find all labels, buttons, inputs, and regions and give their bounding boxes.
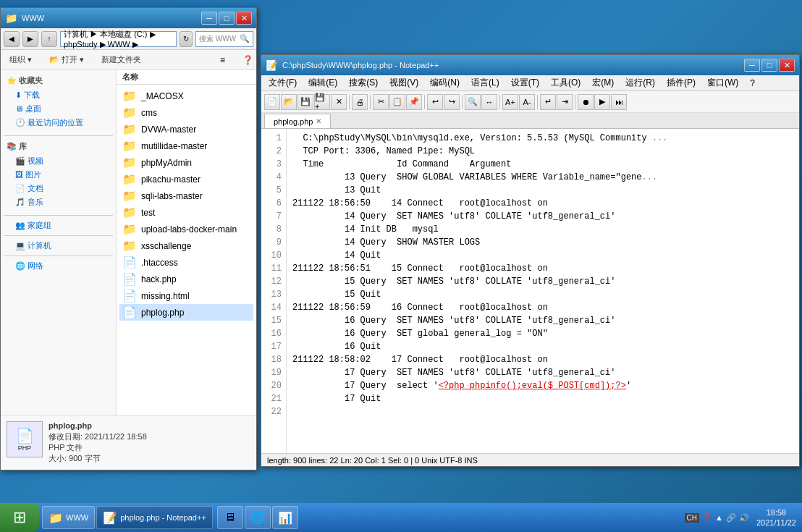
list-item[interactable]: 📁phpMyAdmin <box>119 154 253 171</box>
list-item[interactable]: 📁upload-labs-docker-main <box>119 221 253 237</box>
menu-search[interactable]: 搜索(S) <box>343 75 384 90</box>
tb-new[interactable]: 📄 <box>264 94 280 110</box>
menu-language[interactable]: 语言(L) <box>465 75 505 90</box>
organize-button[interactable]: 组织 ▾ <box>4 53 38 67</box>
explorer-close-button[interactable]: ✕ <box>236 12 252 25</box>
notepad-close-button[interactable]: ✕ <box>779 59 795 72</box>
tb-indent[interactable]: ⇥ <box>557 94 573 110</box>
sidebar-item-videos[interactable]: 🎬 视频 <box>4 154 113 168</box>
tb-zoom-out[interactable]: A- <box>519 94 535 110</box>
menu-edit[interactable]: 编辑(E) <box>303 75 343 90</box>
menu-view[interactable]: 视图(V) <box>384 75 424 90</box>
list-item[interactable]: 📁cms <box>119 104 253 121</box>
address-path[interactable]: 计算机 ▶ 本地磁盘 (C:) ▶ phpStudy ▶ WWW ▶ <box>60 31 177 47</box>
tb-find[interactable]: 🔍 <box>465 94 481 110</box>
menu-settings[interactable]: 设置(T) <box>505 75 545 90</box>
menu-window[interactable]: 窗口(W) <box>701 75 744 90</box>
notepad-maximize-button[interactable]: □ <box>761 59 777 72</box>
tb-copy[interactable]: 📋 <box>389 94 405 110</box>
code-content[interactable]: C:\phpStudy\MySQL\bin\mysqld.exe, Versio… <box>287 129 799 453</box>
sidebar-item-desktop[interactable]: 🖥 桌面 <box>4 102 113 116</box>
folder-icon: 📁 <box>122 156 137 169</box>
tb-cut[interactable]: ✂ <box>373 94 389 110</box>
new-folder-button[interactable]: 新建文件夹 <box>96 53 147 67</box>
menu-tools[interactable]: 工具(O) <box>545 75 586 90</box>
list-item[interactable]: 📁xsschallenge <box>119 237 253 254</box>
search-box[interactable]: 搜索 WWW 🔍 <box>195 31 253 47</box>
tab-phplog[interactable]: phplog.php ✕ <box>264 114 331 128</box>
sidebar-item-computer[interactable]: 💻 计算机 <box>4 239 113 253</box>
explorer-maximize-button[interactable]: □ <box>219 12 235 25</box>
taskbar-explorer[interactable]: 📁 WWW <box>42 506 95 529</box>
tb-macro-run[interactable]: ⏭ <box>611 94 627 110</box>
folder-icon: 📁 <box>122 206 137 219</box>
sidebar-item-homegroup[interactable]: 👥 家庭组 <box>4 219 113 232</box>
tray-volume-icon[interactable]: 🔊 <box>739 513 749 523</box>
sidebar-item-downloads[interactable]: ⬇ 下载 <box>4 88 113 102</box>
explorer-titlebar: 📁 WWW ─ □ ✕ <box>1 8 256 28</box>
taskbar-notepad[interactable]: 📝 phplog.php - Notepad++ <box>96 506 213 529</box>
menu-run[interactable]: 运行(R) <box>620 75 661 90</box>
tray-help-icon[interactable]: ❓ <box>702 513 712 523</box>
list-item[interactable]: 📁DVWA-master <box>119 121 253 138</box>
view-toggle[interactable]: ≡ <box>220 55 225 65</box>
line-num: 6 <box>261 197 286 210</box>
tb-macro-play[interactable]: ▶ <box>594 94 610 110</box>
tb-wrap[interactable]: ↵ <box>540 94 556 110</box>
notepad-minimize-button[interactable]: ─ <box>744 59 760 72</box>
list-item[interactable]: 📄hack.php <box>119 271 253 287</box>
tb-save[interactable]: 💾 <box>297 94 313 110</box>
taskbar-extra-item[interactable]: 🖥 <box>217 506 243 529</box>
back-button[interactable]: ◀ <box>4 31 20 47</box>
tb-replace[interactable]: ↔ <box>481 94 497 110</box>
toolbar-separator <box>462 95 463 109</box>
start-button[interactable]: ⊞ <box>0 503 39 532</box>
file-thumbnail: 📄 PHP <box>7 421 43 457</box>
sidebar-item-network[interactable]: 🌐 网络 <box>4 259 113 273</box>
taskbar-terminal-item[interactable]: 📊 <box>272 506 298 529</box>
list-item[interactable]: 📄.htaccess <box>119 254 253 271</box>
menu-encoding[interactable]: 编码(N) <box>424 75 465 90</box>
line-num: 16 <box>261 327 286 340</box>
file-info-name: phplog.php <box>48 421 147 430</box>
forward-button[interactable]: ▶ <box>22 31 38 47</box>
up-button[interactable]: ↑ <box>41 31 57 47</box>
tab-close-icon[interactable]: ✕ <box>316 117 321 125</box>
tb-undo[interactable]: ↩ <box>427 94 443 110</box>
code-area[interactable]: 1 2 3 4 5 6 7 8 9 10 11 12 13 14 15 16 1… <box>261 129 799 453</box>
taskbar-browser-item[interactable]: 🌐 <box>245 506 271 529</box>
file-details: phplog.php 修改日期: 2021/11/22 18:58 PHP 文件… <box>48 421 147 464</box>
list-item[interactable]: 📁_MACOSX <box>119 88 253 104</box>
menu-file[interactable]: 文件(F) <box>263 75 303 90</box>
tb-open[interactable]: 📂 <box>281 94 297 110</box>
sidebar-item-pictures[interactable]: 🖼 图片 <box>4 168 113 182</box>
list-item[interactable]: 📄missing.html <box>119 287 253 304</box>
line-num: 2 <box>261 145 286 158</box>
list-item[interactable]: 📁pikachu-master <box>119 171 253 187</box>
list-item[interactable]: 📄phplog.php <box>119 304 253 321</box>
address-bar: ◀ ▶ ↑ 计算机 ▶ 本地磁盘 (C:) ▶ phpStudy ▶ WWW ▶… <box>1 28 256 50</box>
tb-save-all[interactable]: 💾+ <box>314 94 330 110</box>
file-name: xsschallenge <box>141 241 191 251</box>
explorer-minimize-button[interactable]: ─ <box>201 12 217 25</box>
file-icon: 📄 <box>122 256 137 269</box>
list-item[interactable]: 📁test <box>119 204 253 221</box>
menu-macro[interactable]: 宏(M) <box>586 75 620 90</box>
clock[interactable]: 18:58 2021/11/22 <box>756 507 796 528</box>
list-item[interactable]: 📁mutillidae-master <box>119 138 253 154</box>
refresh-button[interactable]: ↻ <box>180 31 193 47</box>
tb-redo[interactable]: ↪ <box>444 94 460 110</box>
tb-close[interactable]: ✕ <box>331 94 347 110</box>
sidebar-item-recent[interactable]: 🕐 最近访问的位置 <box>4 116 113 130</box>
tb-zoom-in[interactable]: A+ <box>502 94 518 110</box>
menu-plugins[interactable]: 插件(P) <box>661 75 701 90</box>
tb-macro-rec[interactable]: ⏺ <box>578 94 594 110</box>
tb-paste[interactable]: 📌 <box>406 94 422 110</box>
open-button[interactable]: 📂 打开 ▾ <box>43 53 90 67</box>
sidebar-item-music[interactable]: 🎵 音乐 <box>4 195 113 209</box>
tb-print[interactable]: 🖨 <box>352 94 368 110</box>
tray-arrow[interactable]: ▲ <box>715 513 723 522</box>
sidebar-item-documents[interactable]: 📄 文档 <box>4 182 113 195</box>
list-item[interactable]: 📁sqli-labs-master <box>119 187 253 204</box>
menu-help[interactable]: ? <box>744 77 761 90</box>
